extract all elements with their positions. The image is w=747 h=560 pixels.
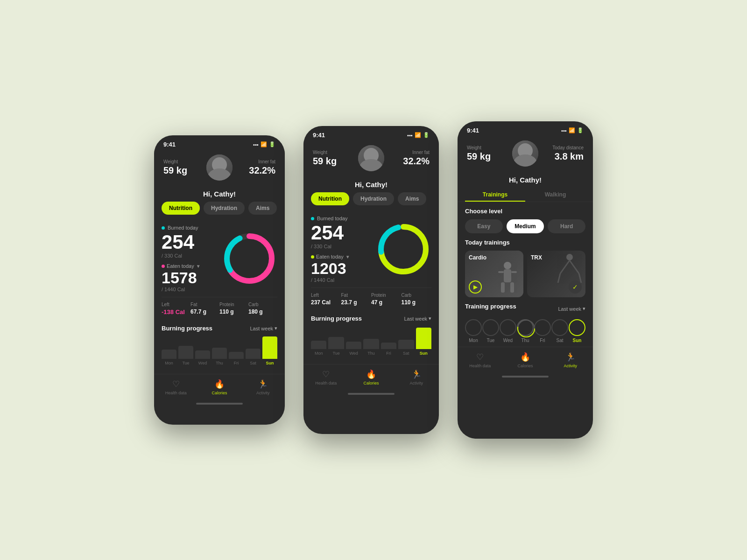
- circle-mon-ring: [465, 319, 482, 336]
- training-cards-row: Cardio ▶: [465, 251, 585, 297]
- nav-activity-left[interactable]: 🏃 Activity: [241, 379, 285, 395]
- activity-icon-center: 🏃: [411, 369, 422, 379]
- circle-sat-ring: [551, 319, 568, 336]
- tab-aims-left[interactable]: Aims: [248, 202, 277, 215]
- nav-activity-right[interactable]: 🏃 Activity: [548, 352, 593, 368]
- tabs-left: Nutrition Hydration Aims: [154, 202, 285, 215]
- tab-nutrition-center[interactable]: Nutrition: [311, 192, 349, 205]
- level-medium[interactable]: Medium: [507, 219, 544, 233]
- fat-macro-left: Fat 67.7 g: [190, 302, 219, 315]
- bar-wed-left: Wed: [195, 350, 210, 365]
- trx-check-btn[interactable]: ✓: [569, 280, 582, 294]
- bar-tue-left: Tue: [178, 346, 193, 365]
- status-time-center: 9:41: [313, 132, 325, 139]
- phone-indicator-left: [196, 403, 243, 405]
- distance-stat-right: Today distance 3.8 km: [544, 145, 584, 162]
- cardio-title: Cardio: [469, 254, 486, 261]
- nav-activity-center[interactable]: 🏃 Activity: [394, 369, 439, 385]
- phone-left: 9:41 ▪▪▪ 📶 🔋 Weight 59 kg Inner fat 32.2…: [154, 135, 285, 425]
- circle-sun: Sun: [569, 319, 585, 343]
- avatar-img-center: [358, 145, 384, 171]
- phone-center: 9:41 ▪▪▪ 📶 🔋 Weight 59 kg Inner fat 32.2…: [303, 126, 439, 434]
- level-easy[interactable]: Easy: [465, 219, 503, 233]
- innerfat-value-center: 32.2%: [390, 156, 430, 167]
- status-bar-center: 9:41 ▪▪▪ 📶 🔋: [303, 126, 439, 141]
- avatar-img-right: [512, 140, 538, 167]
- training-progress-section: Training progress Last week ▾ Mon Tue We…: [458, 303, 593, 343]
- cardio-card[interactable]: Cardio ▶: [465, 251, 523, 297]
- greeting-right: Hi, Cathy!: [458, 174, 593, 188]
- bottom-nav-left: ♡ Health data 🔥 Calories 🏃 Activity: [154, 374, 285, 403]
- greeting-center: Hi, Cathy!: [303, 179, 439, 192]
- svg-point-12: [566, 254, 573, 260]
- bottom-nav-right: ♡ Health data 🔥 Calories 🏃 Activity: [458, 347, 593, 376]
- status-icons-right: ▪▪▪ 📶 🔋: [561, 127, 584, 133]
- trx-card[interactable]: TRX ✓: [527, 251, 585, 297]
- tab-trainings-right[interactable]: Trainings: [465, 188, 525, 202]
- progress-header-center: Burning progress Last week ▾: [311, 315, 431, 322]
- dropdown-left[interactable]: ▼: [196, 264, 201, 269]
- dropdown-center[interactable]: ▼: [345, 254, 350, 259]
- bar-sun-left: Sun: [262, 336, 277, 365]
- calories-section-center: Burned today 254 / 330 Cal Eaten today ▼…: [311, 211, 431, 287]
- eaten-row-center: Eaten today ▼: [311, 254, 375, 259]
- training-period-btn[interactable]: Last week ▾: [558, 306, 585, 312]
- svg-rect-7: [504, 269, 511, 282]
- nav-health-left[interactable]: ♡ Health data: [154, 379, 197, 395]
- activity-icon-left: 🏃: [258, 379, 268, 389]
- distance-label-right: Today distance: [544, 145, 584, 150]
- trainings-tabs-right: Trainings Walking: [458, 188, 593, 202]
- distance-value-right: 3.8 km: [544, 151, 584, 162]
- period-btn-center[interactable]: Last week ▾: [404, 315, 431, 322]
- greeting-left: Hi, Cathy!: [154, 188, 285, 202]
- svg-rect-9: [511, 271, 517, 273]
- health-icon-left: ♡: [172, 379, 180, 389]
- circle-fri-ring: [534, 319, 551, 336]
- battery-icon-right: 🔋: [577, 127, 584, 133]
- weight-label-right: Weight: [467, 145, 507, 150]
- carb-macro-left: Carb 180 g: [248, 302, 277, 315]
- progress-center: Burning progress Last week ▾ Mon Tue: [311, 310, 431, 360]
- level-hard[interactable]: Hard: [548, 219, 585, 233]
- tab-nutrition-left[interactable]: Nutrition: [162, 202, 200, 215]
- phones-container: 9:41 ▪▪▪ 📶 🔋 Weight 59 kg Inner fat 32.2…: [154, 121, 593, 439]
- cardio-play-btn[interactable]: ▶: [469, 280, 482, 294]
- tabs-center: Nutrition Hydration Aims: [303, 192, 439, 205]
- cardio-figure: [493, 260, 521, 297]
- period-btn-left[interactable]: Last week ▾: [250, 325, 277, 331]
- macros-center: Left 237 Cal Fat 23.7 g Protein 47 g Car…: [311, 287, 431, 310]
- circle-mon: Mon: [465, 319, 482, 343]
- circle-sat: Sat: [551, 319, 568, 343]
- header-left: Weight 59 kg Inner fat 32.2%: [154, 151, 285, 188]
- status-icons-left: ▪▪▪ 📶 🔋: [253, 141, 275, 147]
- weight-value-center: 59 kg: [313, 156, 352, 167]
- nav-health-right[interactable]: ♡ Health data: [458, 352, 503, 368]
- burned-value-left: 254: [162, 232, 221, 252]
- nav-calories-left[interactable]: 🔥 Calories: [197, 379, 241, 395]
- nav-health-center[interactable]: ♡ Health data: [303, 369, 349, 385]
- tab-walking-right[interactable]: Walking: [525, 188, 585, 202]
- avatar-right: [512, 140, 538, 167]
- nav-calories-center[interactable]: 🔥 Calories: [349, 369, 394, 385]
- innerfat-stat-center: Inner fat 32.2%: [390, 150, 430, 167]
- burned-value-center: 254: [311, 223, 375, 243]
- tab-hydration-center[interactable]: Hydration: [353, 192, 394, 205]
- svg-rect-11: [510, 282, 514, 293]
- tab-aims-center[interactable]: Aims: [398, 192, 426, 205]
- status-time-left: 9:41: [163, 141, 176, 148]
- tab-hydration-left[interactable]: Hydration: [204, 202, 245, 215]
- training-progress-header: Training progress Last week ▾: [465, 303, 585, 315]
- signal-icon-center: ▪▪▪: [407, 133, 413, 138]
- status-icons-center: ▪▪▪ 📶 🔋: [407, 132, 430, 138]
- header-center: Weight 59 kg Inner fat 32.2%: [303, 141, 439, 179]
- circle-tue-ring: [482, 319, 499, 336]
- nav-calories-right[interactable]: 🔥 Calories: [503, 352, 548, 368]
- innerfat-label-center: Inner fat: [390, 150, 430, 155]
- circle-wed: Wed: [500, 319, 516, 343]
- bar-sat-left: Sat: [246, 349, 261, 365]
- wifi-icon-center: 📶: [415, 132, 421, 138]
- wifi-icon-right: 📶: [569, 127, 575, 133]
- calories-icon-center: 🔥: [366, 369, 376, 379]
- avatar-left: [206, 154, 233, 181]
- health-icon-right: ♡: [476, 352, 484, 362]
